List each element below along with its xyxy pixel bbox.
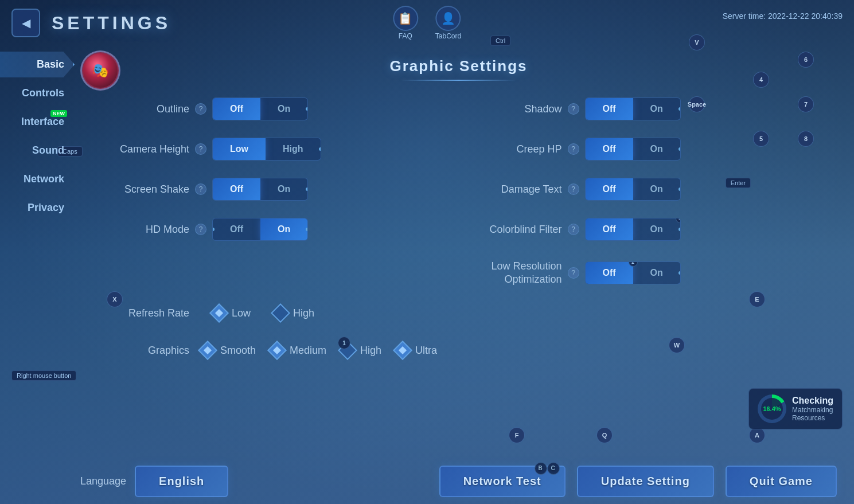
checking-sub: MatchmakingResources	[792, 406, 833, 422]
hd-mode-toggle: Off On	[212, 218, 308, 241]
sidebar-item-interface[interactable]: NEW Interface	[0, 109, 75, 135]
refresh-rate-label: Refresh Rate	[98, 307, 189, 319]
graphics-smooth-diamond	[198, 341, 217, 360]
bottom-bar: Language English Network Test B C Update…	[0, 458, 854, 504]
colorblind-off-btn[interactable]: Off	[586, 218, 633, 240]
low-res-help[interactable]: ?	[568, 267, 579, 279]
shadow-toggle: Off On	[585, 97, 681, 120]
low-res-label: Low ResolutionOptimization	[470, 260, 562, 287]
low-res-on-btn[interactable]: On	[633, 262, 680, 284]
network-test-button[interactable]: Network Test B C	[439, 466, 566, 497]
creep-hp-toggle: Off On	[585, 138, 681, 161]
quit-game-button[interactable]: Quit Game	[726, 466, 837, 497]
outline-on-btn[interactable]: On	[260, 98, 307, 120]
screen-shake-on-btn[interactable]: On	[260, 178, 307, 200]
refresh-high-option[interactable]: High	[274, 306, 314, 320]
title-underline	[401, 80, 516, 81]
faq-icon: 📋	[393, 6, 418, 31]
tabcord-icon: 👤	[435, 6, 461, 31]
camera-height-setting: Camera Height ? Low High	[98, 132, 447, 166]
outline-off-btn[interactable]: Off	[213, 98, 260, 120]
language-section: Language English	[80, 466, 228, 497]
damage-dot-right	[678, 187, 681, 191]
graphics-ultra-option[interactable]: Ultra	[396, 343, 437, 357]
hd-off-btn[interactable]: Off	[213, 218, 260, 240]
creep-hp-label: Creep HP	[470, 143, 562, 155]
colorblind-dot-right	[678, 228, 681, 231]
colorblind-on-btn[interactable]: On 3	[633, 218, 680, 240]
hd-mode-label: HD Mode	[98, 224, 189, 236]
shadow-dot-right	[678, 107, 681, 111]
damage-text-help[interactable]: ?	[568, 183, 579, 195]
sidebar-item-sound[interactable]: Sound	[0, 138, 75, 163]
colorblind-help[interactable]: ?	[568, 224, 579, 235]
sidebar: Basic Controls NEW Interface Sound Netwo…	[0, 46, 75, 458]
language-button[interactable]: English	[135, 466, 228, 497]
top-center-icons: 📋 FAQ 👤 TabCord	[393, 6, 461, 40]
creep-off-btn[interactable]: Off	[586, 138, 633, 160]
colorblind-toggle: Off On 3	[585, 218, 681, 241]
creep-dot-right	[678, 147, 681, 151]
camera-height-label: Camera Height	[98, 143, 189, 155]
low-res-setting: Low ResolutionOptimization ? Off 2 On	[470, 253, 820, 293]
refresh-low-diamond	[209, 303, 229, 323]
faq-button[interactable]: 📋 FAQ	[393, 6, 418, 40]
checking-indicator: 16.4% Checking MatchmakingResources	[748, 388, 843, 429]
graphics-medium-option[interactable]: Medium	[270, 343, 326, 357]
right-mouse-hint: Right mouse button	[11, 370, 76, 381]
creep-hp-setting: Creep HP ? Off On	[470, 132, 820, 166]
refresh-low-option[interactable]: Low	[212, 306, 251, 320]
damage-on-btn[interactable]: On	[633, 178, 680, 200]
tabcord-button[interactable]: 👤 TabCord	[435, 6, 461, 40]
colorblind-num-badge: 3	[676, 218, 681, 223]
colorblind-label: Colorblind Filter	[470, 224, 562, 236]
hd-mode-help[interactable]: ?	[195, 224, 206, 235]
camera-height-help[interactable]: ?	[195, 143, 206, 155]
graphics-smooth-option[interactable]: Smooth	[201, 343, 256, 357]
sidebar-item-privacy[interactable]: Privacy	[0, 195, 75, 221]
empty-cell	[98, 253, 447, 293]
settings-grid: Outline ? Off On Shadow ? Off On	[98, 92, 820, 293]
sidebar-item-network[interactable]: Network	[0, 166, 75, 192]
graphics-high-label: High	[360, 345, 381, 357]
camera-dot-right	[319, 147, 321, 151]
creep-on-btn[interactable]: On	[633, 138, 680, 160]
shadow-label: Shadow	[470, 103, 562, 115]
camera-low-btn[interactable]: Low	[213, 138, 266, 160]
damage-text-label: Damage Text	[470, 183, 562, 196]
damage-off-btn[interactable]: Off	[586, 178, 633, 200]
outline-help[interactable]: ?	[195, 103, 206, 115]
refresh-high-diamond	[271, 303, 290, 323]
graphics-label: Graphics	[98, 345, 189, 357]
update-setting-button[interactable]: Update Setting	[577, 466, 714, 497]
outline-setting: Outline ? Off On	[98, 92, 447, 126]
hd-on-btn[interactable]: On	[260, 218, 307, 240]
camera-high-btn[interactable]: High	[266, 138, 321, 160]
tabcord-label: TabCord	[435, 32, 461, 40]
shadow-help[interactable]: ?	[568, 103, 579, 115]
screen-shake-label: Screen Shake	[98, 183, 189, 196]
creep-hp-help[interactable]: ?	[568, 143, 579, 155]
shadow-off-btn[interactable]: Off	[586, 98, 633, 120]
sidebar-item-controls[interactable]: Controls	[0, 80, 75, 106]
sidebar-item-basic[interactable]: Basic	[0, 52, 75, 77]
graphics-options: Smooth Medium High 1 Ultra	[201, 343, 437, 357]
graphics-high-option[interactable]: High 1	[341, 343, 381, 357]
screen-shake-toggle: Off On	[212, 178, 308, 201]
checking-label: Checking	[792, 396, 833, 406]
shadow-on-btn[interactable]: On	[633, 98, 680, 120]
screen-shake-dot-right	[306, 187, 308, 191]
low-res-off-btn[interactable]: Off 2	[586, 262, 633, 284]
top-bar: ◀ SETTINGS 📋 FAQ 👤 TabCord Server time: …	[0, 0, 854, 46]
graphics-ultra-diamond	[393, 341, 412, 360]
server-time: Server time: 2022-12-22 20:40:39	[723, 11, 843, 21]
screen-shake-help[interactable]: ?	[195, 183, 206, 195]
main-content: Graphic Settings Outline ? Off On Shadow…	[80, 46, 837, 458]
refresh-low-label: Low	[232, 307, 251, 319]
graphics-ultra-label: Ultra	[415, 345, 437, 357]
damage-text-toggle: Off On	[585, 178, 681, 201]
outline-toggle: Off On	[212, 97, 308, 120]
c-hint: C	[547, 462, 560, 475]
back-button[interactable]: ◀	[11, 9, 40, 37]
screen-shake-off-btn[interactable]: Off	[213, 178, 260, 200]
